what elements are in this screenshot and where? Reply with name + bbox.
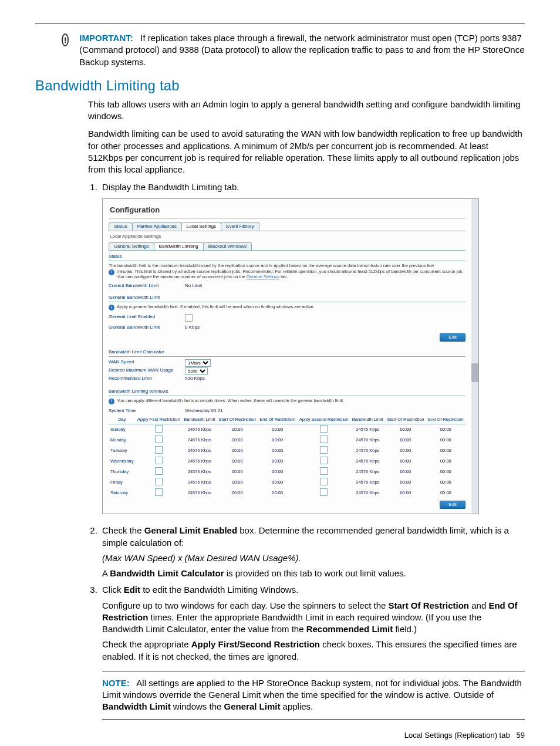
apply-second-checkbox[interactable]: [320, 425, 328, 433]
tab-local-settings[interactable]: Local Settings: [181, 222, 221, 231]
end-restriction-cell: 00:00: [258, 477, 297, 488]
end-restriction-cell: 00:00: [426, 477, 465, 488]
apply-first-checkbox[interactable]: [155, 425, 163, 433]
bw-limit-cell: 24576 Kbps: [182, 435, 217, 445]
table-row: Monday24576 Kbps00:0000:0024576 Kbps00:0…: [109, 435, 465, 445]
apply-second-checkbox[interactable]: [320, 446, 328, 454]
bw-calculator-header: Bandwidth Limit Calculator: [109, 349, 465, 357]
bandwidth-windows-table: Day Apply First Restriction Bandwidth Li…: [109, 416, 465, 499]
bw-limit-cell: 24576 Kbps: [350, 435, 385, 445]
start-restriction-cell: 00:00: [217, 424, 258, 435]
end-restriction-cell: 00:00: [258, 467, 297, 477]
tab-bandwidth-limiting[interactable]: Bandwidth Limiting: [154, 242, 204, 251]
sub-tab-row: General Settings Bandwidth Limiting Blac…: [109, 242, 465, 251]
end-restriction-cell: 00:00: [426, 435, 465, 445]
main-tab-row: Status Partner Appliances Local Settings…: [109, 222, 465, 231]
wan-speed-label: WAN Speed: [109, 359, 185, 367]
day-cell: Tuesday: [109, 445, 136, 456]
tab-partner-appliances[interactable]: Partner Appliances: [132, 222, 182, 231]
apply-first-checkbox[interactable]: [155, 436, 163, 443]
note-callout: NOTE: All settings are applied to the HP…: [102, 671, 525, 720]
end-restriction-cell: 00:00: [258, 488, 297, 498]
system-time-value: Wednesday 00:21: [185, 408, 222, 414]
table-row: Saturday24576 Kbps00:0000:0024576 Kbps00…: [109, 488, 465, 498]
step-2: Check the General Limit Enabled box. Det…: [100, 525, 525, 579]
start-restriction-cell: 00:00: [385, 435, 426, 445]
start-restriction-cell: 00:00: [385, 488, 426, 498]
intro-paragraph-2: Bandwidth limiting can be used to avoid …: [88, 128, 525, 175]
table-row: Thursday24576 Kbps00:0000:0024576 Kbps00…: [109, 467, 465, 477]
intro-paragraph-1: This tab allows users with an Admin logi…: [88, 99, 525, 123]
panel-title: Configuration: [109, 202, 465, 220]
apply-first-checkbox[interactable]: [155, 478, 163, 485]
bandwidth-info-text: The bandwidth limit is the maximum bandw…: [109, 263, 465, 279]
tab-event-history[interactable]: Event History: [221, 222, 259, 231]
general-bw-limit-header: General Bandwidth Limit: [109, 294, 465, 302]
end-restriction-cell: 00:00: [426, 467, 465, 477]
scrollbar-thumb[interactable]: [471, 363, 478, 382]
bw-limit-cell: 24576 Kbps: [350, 467, 385, 477]
step2-formula: (Max WAN Speed) x (Max Desired WAN Usage…: [102, 552, 525, 564]
table-row: Wednesday24576 Kbps00:0000:0024576 Kbps0…: [109, 456, 465, 467]
end-restriction-cell: 00:00: [426, 456, 465, 467]
end-restriction-cell: 00:00: [426, 445, 465, 456]
end-restriction-cell: 00:00: [426, 488, 465, 498]
bw-limit-cell: 24576 Kbps: [350, 477, 385, 488]
apply-second-checkbox[interactable]: [320, 467, 328, 475]
apply-second-checkbox[interactable]: [320, 478, 328, 485]
bw-limit-cell: 24576 Kbps: [182, 467, 217, 477]
current-bw-limit-value: No Limit: [185, 283, 202, 289]
current-bw-limit-label: Current Bandwidth Limit: [109, 283, 185, 289]
general-limit-enabled-checkbox[interactable]: [185, 314, 193, 322]
start-restriction-cell: 00:00: [217, 445, 258, 456]
bw-limit-cell: 24576 Kbps: [182, 456, 217, 467]
table-row: Sunday24576 Kbps00:0000:0024576 Kbps00:0…: [109, 424, 465, 435]
start-restriction-cell: 00:00: [217, 467, 258, 477]
start-restriction-cell: 00:00: [385, 445, 426, 456]
day-cell: Wednesday: [109, 456, 136, 467]
general-limit-info: iApply a general bandwidth limit. If ena…: [109, 304, 465, 310]
start-restriction-cell: 00:00: [217, 477, 258, 488]
tab-status[interactable]: Status: [109, 222, 133, 231]
end-restriction-cell: 00:00: [258, 435, 297, 445]
end-restriction-cell: 00:00: [426, 424, 465, 435]
apply-second-checkbox[interactable]: [320, 457, 328, 464]
recommended-limit-label: Recommended Limit: [109, 376, 185, 382]
system-time-label: System Time: [109, 408, 185, 414]
bw-limit-cell: 24576 Kbps: [182, 445, 217, 456]
day-cell: Friday: [109, 477, 136, 488]
wan-usage-select[interactable]: 50%: [185, 367, 208, 375]
apply-second-checkbox[interactable]: [320, 488, 328, 496]
general-settings-link[interactable]: General Settings: [247, 274, 279, 279]
apply-second-checkbox[interactable]: [320, 436, 328, 443]
general-bw-limit-value: 0 Kbps: [185, 325, 200, 331]
bandwidth-limiting-screenshot: Configuration Status Partner Appliances …: [102, 198, 479, 515]
start-restriction-cell: 00:00: [217, 435, 258, 445]
info-icon: i: [109, 399, 114, 404]
bw-limit-cell: 24576 Kbps: [182, 424, 217, 435]
wan-speed-select[interactable]: 1Mb/s: [185, 359, 211, 367]
start-restriction-cell: 00:00: [385, 467, 426, 477]
end-restriction-cell: 00:00: [258, 424, 297, 435]
important-icon: !: [62, 33, 69, 46]
apply-first-checkbox[interactable]: [155, 457, 163, 464]
start-restriction-cell: 00:00: [385, 456, 426, 467]
apply-first-checkbox[interactable]: [155, 446, 163, 454]
step-1: Display the Bandwidth Limiting tab. Conf…: [100, 181, 525, 514]
bw-limit-cell: 24576 Kbps: [182, 477, 217, 488]
day-cell: Thursday: [109, 467, 136, 477]
recommended-limit-value: 500 Kbps: [185, 376, 205, 382]
apply-first-checkbox[interactable]: [155, 467, 163, 475]
tab-blackout-windows[interactable]: Blackout Windows: [203, 242, 252, 251]
section-heading: Bandwidth Limiting tab: [35, 77, 525, 94]
start-restriction-cell: 00:00: [217, 488, 258, 498]
start-restriction-cell: 00:00: [217, 456, 258, 467]
bw-windows-info: iYou can apply different bandwidth limit…: [109, 398, 465, 404]
start-restriction-cell: 00:00: [385, 424, 426, 435]
apply-first-checkbox[interactable]: [155, 488, 163, 496]
edit-button[interactable]: Edit: [440, 333, 465, 342]
wan-usage-label: Desired Maximum WAN Usage: [109, 367, 185, 375]
tab-general-settings[interactable]: General Settings: [109, 242, 154, 251]
day-cell: Sunday: [109, 424, 136, 435]
edit-button[interactable]: Edit: [440, 501, 465, 509]
